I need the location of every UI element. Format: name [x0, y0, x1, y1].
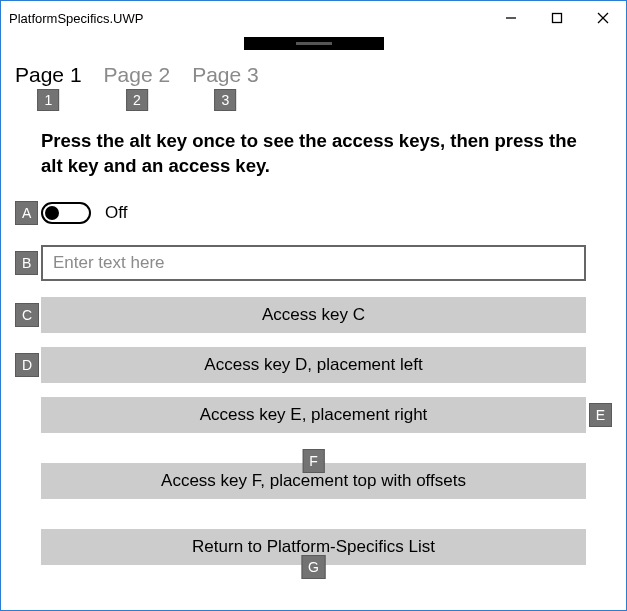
- access-key-badge: F: [302, 449, 325, 473]
- toggle-row: A Off: [41, 197, 586, 229]
- svg-rect-1: [553, 14, 562, 23]
- toggle-thumb: [45, 206, 59, 220]
- access-key-c-button[interactable]: Access key C: [41, 297, 586, 333]
- page-content: Press the alt key once to see the access…: [1, 129, 626, 579]
- tab-page-2[interactable]: Page 2 2: [104, 63, 171, 87]
- button-f-row: Access key F, placement top with offsets…: [41, 463, 586, 499]
- minimize-button[interactable]: [488, 3, 534, 33]
- button-e-row: Access key E, placement right E: [41, 397, 586, 433]
- minimize-icon: [505, 12, 517, 24]
- tab-label: Page 2: [104, 63, 171, 86]
- tab-page-1[interactable]: Page 1 1: [15, 63, 82, 87]
- debug-bar: [244, 37, 384, 50]
- toggle-switch[interactable]: [41, 202, 91, 224]
- access-key-badge: E: [589, 403, 612, 427]
- instructions-text: Press the alt key once to see the access…: [41, 129, 586, 179]
- tab-label: Page 1: [15, 63, 82, 86]
- access-key-e-button[interactable]: Access key E, placement right: [41, 397, 586, 433]
- button-d-row: D Access key D, placement left: [41, 347, 586, 383]
- access-key-badge: A: [15, 201, 38, 225]
- close-icon: [597, 12, 609, 24]
- button-c-row: C Access key C: [41, 297, 586, 333]
- access-key-badge: C: [15, 303, 39, 327]
- maximize-button[interactable]: [534, 3, 580, 33]
- access-key-badge: B: [15, 251, 38, 275]
- tab-label: Page 3: [192, 63, 259, 86]
- close-button[interactable]: [580, 3, 626, 33]
- tab-strip: Page 1 1 Page 2 2 Page 3 3: [15, 63, 259, 87]
- window-controls: [488, 3, 626, 33]
- text-input[interactable]: [41, 245, 586, 281]
- access-key-badge: 1: [37, 89, 59, 111]
- access-key-d-button[interactable]: Access key D, placement left: [41, 347, 586, 383]
- access-key-badge: G: [301, 555, 326, 579]
- toggle-state-label: Off: [105, 203, 127, 223]
- window-title: PlatformSpecifics.UWP: [9, 11, 143, 26]
- button-g-row: Return to Platform-Specifics List G: [41, 529, 586, 565]
- text-input-row: B: [41, 245, 586, 281]
- access-key-badge: D: [15, 353, 39, 377]
- titlebar: PlatformSpecifics.UWP: [1, 1, 626, 35]
- access-key-badge: 2: [126, 89, 148, 111]
- maximize-icon: [551, 12, 563, 24]
- tab-page-3[interactable]: Page 3 3: [192, 63, 259, 87]
- access-key-badge: 3: [215, 89, 237, 111]
